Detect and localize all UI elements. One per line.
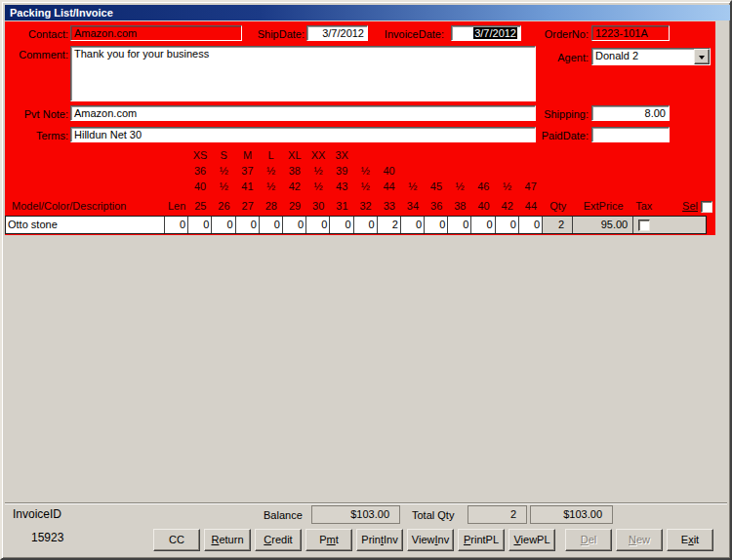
line-size-cell[interactable]: 0	[496, 217, 519, 233]
size-chart-cell: ½	[212, 180, 235, 192]
size-chart-cell: ½	[448, 180, 471, 192]
line-size-cell[interactable]: 2	[378, 217, 401, 233]
size-chart-half-row-2: 40½41½42½43½44½45½46½47	[188, 180, 543, 192]
line-size-cell[interactable]: 0	[306, 217, 330, 233]
window-title: Packing List/Invoice	[10, 7, 113, 19]
line-extprice-cell: 95.00	[573, 217, 633, 233]
footer-button-del: Del	[565, 529, 612, 551]
terms-field[interactable]: Hilldun Net 30	[70, 127, 536, 142]
footer-button-viewinv[interactable]: ViewInv	[407, 529, 454, 551]
line-size-cell[interactable]: 0	[283, 217, 306, 233]
line-size-cell[interactable]: 0	[471, 217, 495, 233]
size-chart-cell: ½	[260, 180, 283, 192]
line-size-cell[interactable]: 0	[236, 217, 260, 233]
footer-button-viewpl[interactable]: ViewPL	[508, 529, 555, 551]
footer-button-new: New	[616, 529, 663, 551]
size-chart-cell: M	[235, 149, 259, 161]
footer-button-printinv[interactable]: PrintInv	[356, 529, 403, 551]
line-size-cell[interactable]: 0	[401, 217, 425, 233]
line-size-cell[interactable]: 0	[260, 217, 283, 233]
footer-button-cc[interactable]: CC	[153, 529, 200, 551]
size-chart-cell: S	[212, 149, 235, 161]
line-tax-zone	[633, 217, 706, 233]
size-chart-cell: 43	[330, 180, 353, 192]
tax-column-header: Tax	[635, 198, 652, 215]
size-column-header: 44	[519, 198, 543, 215]
line-size-cell[interactable]: 0	[354, 217, 378, 233]
line-size-cell[interactable]: 0	[519, 217, 543, 233]
agent-dropdown-button[interactable]	[694, 49, 710, 64]
total-qty-label: Total Qty	[412, 508, 466, 522]
contact-label: Contact:	[5, 27, 68, 41]
pvt-note-label: Pvt Note:	[5, 107, 68, 121]
size-chart-cell: 46	[471, 180, 495, 192]
footer-button-return[interactable]: Return	[204, 529, 251, 551]
size-chart-cell: 36	[188, 165, 212, 177]
size-chart-cell: XX	[306, 149, 330, 161]
sel-column-header: Sel	[682, 198, 698, 215]
window-titlebar[interactable]: Packing List/Invoice	[5, 5, 731, 20]
footer-button-credit[interactable]: Credit	[255, 529, 302, 551]
total-qty-field: 2	[468, 505, 527, 524]
shipping-field[interactable]: 8.00	[591, 105, 670, 121]
line-size-cell[interactable]: 0	[425, 217, 448, 233]
size-column-header: 31	[330, 198, 353, 215]
size-chart-cell: 38	[283, 165, 306, 177]
line-len-cell[interactable]: 0	[165, 217, 188, 233]
len-column-header: Len	[165, 198, 188, 215]
agent-combobox[interactable]: Donald 2	[591, 48, 711, 65]
invoice-form-panel: Contact: Amazon.com ShipDate: 3/7/2012 I…	[5, 21, 715, 235]
select-all-checkbox[interactable]	[701, 201, 712, 213]
size-chart-letter-row: XSSMLXLXX3X	[188, 149, 353, 161]
size-column-header: 40	[471, 198, 495, 215]
chevron-down-icon	[699, 56, 705, 62]
line-description-cell[interactable]: Otto stone	[6, 217, 165, 233]
comment-field[interactable]: Thank you for your business	[70, 46, 536, 101]
paid-date-label: PaidDate:	[532, 129, 589, 142]
footer-button-printpl[interactable]: PrintPL	[458, 529, 505, 551]
ship-date-field[interactable]: 3/7/2012	[306, 25, 368, 41]
footer-buttons: CCReturnCreditPmtPrintInvViewInvPrintPLV…	[153, 529, 713, 551]
size-chart-cell: 47	[519, 180, 543, 192]
qty-column-header: Qty	[543, 198, 573, 215]
footer-button-pmt[interactable]: Pmt	[305, 529, 352, 551]
size-chart-cell: ½	[260, 165, 283, 177]
selected-text: 3/7/2012	[473, 27, 517, 39]
order-no-field[interactable]: 1223-101A	[591, 25, 670, 41]
size-chart-cell: XS	[188, 149, 212, 161]
invoice-id-label: InvoiceID	[13, 507, 61, 521]
size-chart-cell: 3X	[330, 149, 353, 161]
grid-header-row: Model/Color/Description Len 252627282930…	[5, 198, 715, 215]
size-column-header: 34	[401, 198, 425, 215]
size-column-header: 29	[283, 198, 306, 215]
line-size-cell[interactable]: 0	[212, 217, 235, 233]
size-column-header: 30	[306, 198, 330, 215]
line-size-cell[interactable]: 0	[330, 217, 353, 233]
size-chart-cell: 40	[188, 180, 212, 192]
size-chart-cell: 42	[283, 180, 306, 192]
contact-field[interactable]: Amazon.com	[70, 25, 242, 41]
invoice-line-row[interactable]: Otto stone 0 000000002000000 2 95.00	[5, 216, 707, 234]
line-size-cell[interactable]: 0	[448, 217, 471, 233]
size-chart-cell: XL	[283, 149, 306, 161]
invoice-date-field[interactable]: 3/7/2012	[451, 25, 521, 41]
line-tax-checkbox[interactable]	[638, 220, 650, 231]
ship-date-label: ShipDate:	[242, 27, 305, 41]
pvt-note-field[interactable]: Amazon.com	[70, 105, 536, 121]
size-chart-cell: 40	[378, 165, 401, 177]
size-chart-cell: ½	[495, 180, 518, 192]
size-chart-cell: ½	[353, 165, 377, 177]
size-chart-cell: 44	[378, 180, 401, 192]
size-column-header: 27	[236, 198, 260, 215]
total-amount-field: $103.00	[530, 505, 613, 524]
agent-selected-value: Donald 2	[592, 49, 694, 64]
line-size-cell[interactable]: 0	[188, 217, 212, 233]
size-chart-cell: ½	[353, 180, 377, 192]
footer-button-exit[interactable]: Exit	[667, 529, 713, 551]
shipping-label: Shipping:	[532, 107, 589, 121]
invoice-date-label: InvoiceDate:	[365, 27, 444, 41]
size-column-header: 26	[212, 198, 235, 215]
size-chart-cell: ½	[401, 180, 425, 192]
description-column-header: Model/Color/Description	[5, 198, 165, 215]
paid-date-field[interactable]	[591, 127, 670, 142]
